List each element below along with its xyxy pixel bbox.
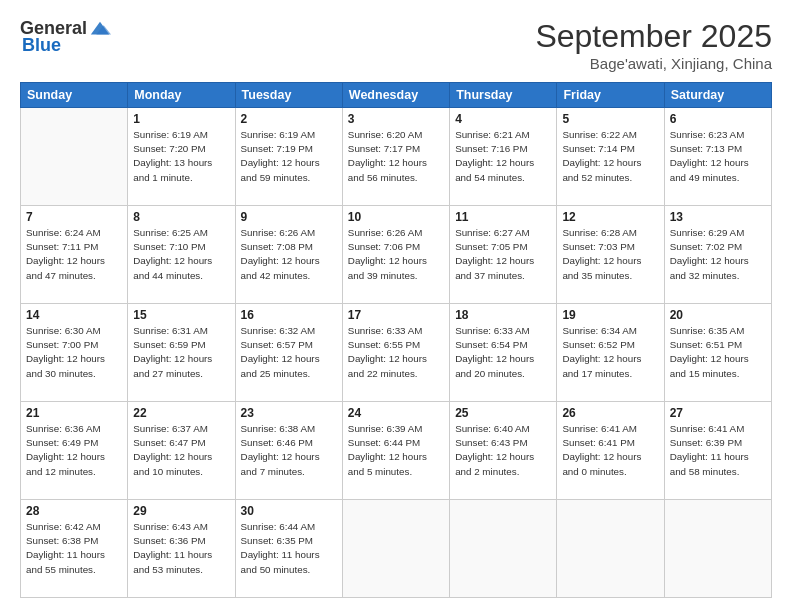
weekday-header: Monday [128, 83, 235, 108]
calendar-cell: 11Sunrise: 6:27 AMSunset: 7:05 PMDayligh… [450, 206, 557, 304]
day-number: 10 [348, 210, 444, 224]
calendar-cell: 29Sunrise: 6:43 AMSunset: 6:36 PMDayligh… [128, 500, 235, 598]
day-number: 21 [26, 406, 122, 420]
cell-info: Sunrise: 6:26 AMSunset: 7:08 PMDaylight:… [241, 226, 337, 283]
day-number: 22 [133, 406, 229, 420]
cell-info: Sunrise: 6:36 AMSunset: 6:49 PMDaylight:… [26, 422, 122, 479]
cell-info: Sunrise: 6:38 AMSunset: 6:46 PMDaylight:… [241, 422, 337, 479]
calendar-title: September 2025 [535, 18, 772, 55]
logo: General Blue [20, 18, 111, 56]
calendar-cell: 25Sunrise: 6:40 AMSunset: 6:43 PMDayligh… [450, 402, 557, 500]
day-number: 7 [26, 210, 122, 224]
cell-info: Sunrise: 6:44 AMSunset: 6:35 PMDaylight:… [241, 520, 337, 577]
cell-info: Sunrise: 6:32 AMSunset: 6:57 PMDaylight:… [241, 324, 337, 381]
calendar-cell: 24Sunrise: 6:39 AMSunset: 6:44 PMDayligh… [342, 402, 449, 500]
calendar-cell: 15Sunrise: 6:31 AMSunset: 6:59 PMDayligh… [128, 304, 235, 402]
cell-info: Sunrise: 6:40 AMSunset: 6:43 PMDaylight:… [455, 422, 551, 479]
calendar-cell: 12Sunrise: 6:28 AMSunset: 7:03 PMDayligh… [557, 206, 664, 304]
day-number: 5 [562, 112, 658, 126]
cell-info: Sunrise: 6:25 AMSunset: 7:10 PMDaylight:… [133, 226, 229, 283]
cell-info: Sunrise: 6:30 AMSunset: 7:00 PMDaylight:… [26, 324, 122, 381]
weekday-header: Wednesday [342, 83, 449, 108]
cell-info: Sunrise: 6:34 AMSunset: 6:52 PMDaylight:… [562, 324, 658, 381]
calendar-cell: 3Sunrise: 6:20 AMSunset: 7:17 PMDaylight… [342, 108, 449, 206]
calendar-cell: 27Sunrise: 6:41 AMSunset: 6:39 PMDayligh… [664, 402, 771, 500]
calendar-cell: 13Sunrise: 6:29 AMSunset: 7:02 PMDayligh… [664, 206, 771, 304]
calendar-cell [342, 500, 449, 598]
day-number: 6 [670, 112, 766, 126]
calendar-cell: 6Sunrise: 6:23 AMSunset: 7:13 PMDaylight… [664, 108, 771, 206]
calendar-cell: 28Sunrise: 6:42 AMSunset: 6:38 PMDayligh… [21, 500, 128, 598]
day-number: 25 [455, 406, 551, 420]
calendar-cell [21, 108, 128, 206]
day-number: 17 [348, 308, 444, 322]
cell-info: Sunrise: 6:41 AMSunset: 6:39 PMDaylight:… [670, 422, 766, 479]
cell-info: Sunrise: 6:22 AMSunset: 7:14 PMDaylight:… [562, 128, 658, 185]
calendar-cell: 21Sunrise: 6:36 AMSunset: 6:49 PMDayligh… [21, 402, 128, 500]
cell-info: Sunrise: 6:41 AMSunset: 6:41 PMDaylight:… [562, 422, 658, 479]
weekday-header: Tuesday [235, 83, 342, 108]
calendar-cell: 26Sunrise: 6:41 AMSunset: 6:41 PMDayligh… [557, 402, 664, 500]
calendar-cell: 16Sunrise: 6:32 AMSunset: 6:57 PMDayligh… [235, 304, 342, 402]
cell-info: Sunrise: 6:31 AMSunset: 6:59 PMDaylight:… [133, 324, 229, 381]
day-number: 23 [241, 406, 337, 420]
day-number: 8 [133, 210, 229, 224]
cell-info: Sunrise: 6:27 AMSunset: 7:05 PMDaylight:… [455, 226, 551, 283]
day-number: 13 [670, 210, 766, 224]
calendar-cell: 18Sunrise: 6:33 AMSunset: 6:54 PMDayligh… [450, 304, 557, 402]
cell-info: Sunrise: 6:35 AMSunset: 6:51 PMDaylight:… [670, 324, 766, 381]
calendar-cell: 30Sunrise: 6:44 AMSunset: 6:35 PMDayligh… [235, 500, 342, 598]
day-number: 18 [455, 308, 551, 322]
cell-info: Sunrise: 6:26 AMSunset: 7:06 PMDaylight:… [348, 226, 444, 283]
day-number: 1 [133, 112, 229, 126]
day-number: 19 [562, 308, 658, 322]
calendar-cell: 9Sunrise: 6:26 AMSunset: 7:08 PMDaylight… [235, 206, 342, 304]
day-number: 11 [455, 210, 551, 224]
day-number: 26 [562, 406, 658, 420]
cell-info: Sunrise: 6:23 AMSunset: 7:13 PMDaylight:… [670, 128, 766, 185]
logo-blue: Blue [22, 36, 61, 56]
calendar-cell [664, 500, 771, 598]
logo-icon [89, 18, 111, 40]
calendar-cell [450, 500, 557, 598]
title-block: September 2025 Bage'awati, Xinjiang, Chi… [535, 18, 772, 72]
day-number: 16 [241, 308, 337, 322]
calendar-cell: 17Sunrise: 6:33 AMSunset: 6:55 PMDayligh… [342, 304, 449, 402]
calendar-cell: 1Sunrise: 6:19 AMSunset: 7:20 PMDaylight… [128, 108, 235, 206]
page-header: General Blue September 2025 Bage'awati, … [20, 18, 772, 72]
calendar-cell: 8Sunrise: 6:25 AMSunset: 7:10 PMDaylight… [128, 206, 235, 304]
day-number: 27 [670, 406, 766, 420]
day-number: 29 [133, 504, 229, 518]
calendar-cell: 19Sunrise: 6:34 AMSunset: 6:52 PMDayligh… [557, 304, 664, 402]
cell-info: Sunrise: 6:39 AMSunset: 6:44 PMDaylight:… [348, 422, 444, 479]
cell-info: Sunrise: 6:33 AMSunset: 6:54 PMDaylight:… [455, 324, 551, 381]
weekday-header: Saturday [664, 83, 771, 108]
cell-info: Sunrise: 6:24 AMSunset: 7:11 PMDaylight:… [26, 226, 122, 283]
day-number: 15 [133, 308, 229, 322]
cell-info: Sunrise: 6:20 AMSunset: 7:17 PMDaylight:… [348, 128, 444, 185]
day-number: 4 [455, 112, 551, 126]
day-number: 3 [348, 112, 444, 126]
calendar-cell: 5Sunrise: 6:22 AMSunset: 7:14 PMDaylight… [557, 108, 664, 206]
cell-info: Sunrise: 6:33 AMSunset: 6:55 PMDaylight:… [348, 324, 444, 381]
day-number: 2 [241, 112, 337, 126]
calendar-cell: 23Sunrise: 6:38 AMSunset: 6:46 PMDayligh… [235, 402, 342, 500]
calendar-cell: 7Sunrise: 6:24 AMSunset: 7:11 PMDaylight… [21, 206, 128, 304]
calendar-cell [557, 500, 664, 598]
day-number: 24 [348, 406, 444, 420]
cell-info: Sunrise: 6:19 AMSunset: 7:19 PMDaylight:… [241, 128, 337, 185]
cell-info: Sunrise: 6:37 AMSunset: 6:47 PMDaylight:… [133, 422, 229, 479]
cell-info: Sunrise: 6:42 AMSunset: 6:38 PMDaylight:… [26, 520, 122, 577]
calendar-location: Bage'awati, Xinjiang, China [535, 55, 772, 72]
cell-info: Sunrise: 6:28 AMSunset: 7:03 PMDaylight:… [562, 226, 658, 283]
calendar-cell: 4Sunrise: 6:21 AMSunset: 7:16 PMDaylight… [450, 108, 557, 206]
calendar-cell: 22Sunrise: 6:37 AMSunset: 6:47 PMDayligh… [128, 402, 235, 500]
day-number: 9 [241, 210, 337, 224]
day-number: 20 [670, 308, 766, 322]
calendar-cell: 14Sunrise: 6:30 AMSunset: 7:00 PMDayligh… [21, 304, 128, 402]
weekday-header: Thursday [450, 83, 557, 108]
cell-info: Sunrise: 6:43 AMSunset: 6:36 PMDaylight:… [133, 520, 229, 577]
calendar-cell: 10Sunrise: 6:26 AMSunset: 7:06 PMDayligh… [342, 206, 449, 304]
calendar-cell: 2Sunrise: 6:19 AMSunset: 7:19 PMDaylight… [235, 108, 342, 206]
cell-info: Sunrise: 6:19 AMSunset: 7:20 PMDaylight:… [133, 128, 229, 185]
